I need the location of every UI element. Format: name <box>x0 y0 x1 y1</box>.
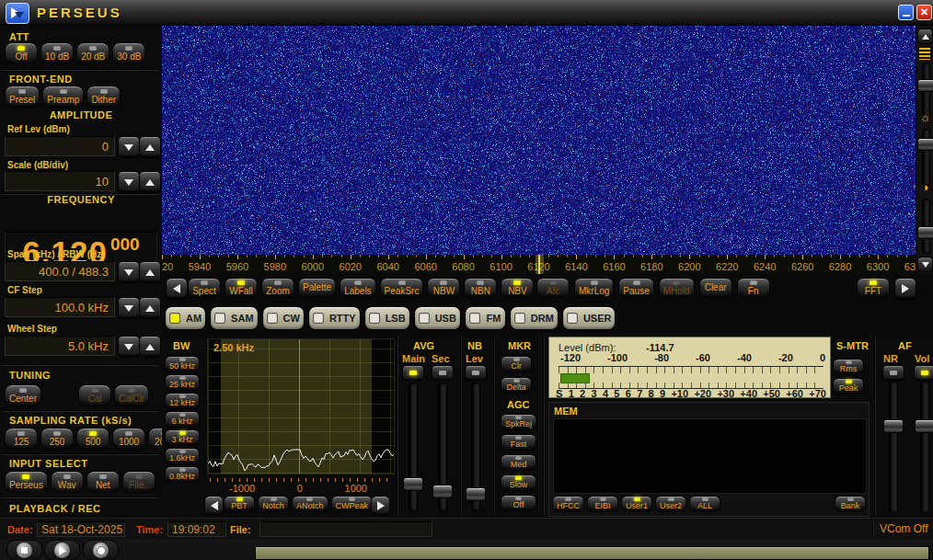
af-vol-slider[interactable] <box>915 382 933 513</box>
af-nr-slider-track[interactable] <box>889 382 898 513</box>
mem-hfcc[interactable]: HFCC <box>552 496 584 512</box>
tb-mkrlog[interactable]: MkrLog <box>574 278 614 298</box>
af-nr-slider[interactable] <box>883 382 902 513</box>
tuning-center[interactable]: Center <box>5 384 41 406</box>
tuning-calclr[interactable]: CalClr <box>114 384 149 406</box>
tuning-marker[interactable] <box>536 255 544 274</box>
avg-sec-slider[interactable] <box>432 383 451 511</box>
avg-sec-slider-thumb[interactable] <box>432 485 453 498</box>
agc-med[interactable]: Med <box>501 454 536 471</box>
wheel-step-down-button[interactable] <box>118 336 140 358</box>
bw-0.8khz[interactable]: 0.8kHz <box>165 466 200 483</box>
filter-passband-display[interactable]: 2.50 kHz <box>207 338 395 474</box>
avg-main-slider-thumb[interactable] <box>403 477 423 491</box>
stop-button[interactable] <box>6 540 42 560</box>
brightness-slider[interactable] <box>917 129 933 186</box>
ref-lev-value[interactable]: 0 <box>5 136 115 156</box>
cf-step-up-button[interactable] <box>139 297 161 319</box>
wheel-step-value[interactable]: 5.0 kHz <box>5 336 115 356</box>
mode-fm[interactable]: FM <box>465 306 506 330</box>
scale-down-button[interactable] <box>118 171 140 193</box>
avg-main-led-button[interactable] <box>402 365 424 381</box>
smtr-rms[interactable]: Rms <box>833 359 864 375</box>
att-10db[interactable]: 10 dB <box>40 42 74 64</box>
input-net[interactable]: Net <box>86 471 120 493</box>
play-button[interactable] <box>44 540 80 560</box>
toolbar-scroll-left-button[interactable] <box>166 278 188 300</box>
avg-main-slider-track[interactable] <box>409 383 418 511</box>
rate-500[interactable]: 500 <box>76 428 109 450</box>
tb-labels[interactable]: Labels <box>340 278 375 298</box>
mem-user2[interactable]: User2 <box>655 496 686 512</box>
tb-peaksrc[interactable]: PeakSrc <box>380 278 424 298</box>
app-logo-icon[interactable] <box>6 3 29 24</box>
mode-usb[interactable]: USB <box>414 306 461 330</box>
waterfall-scroll-down-button[interactable] <box>917 257 933 272</box>
speed-slider-thumb[interactable] <box>917 79 933 92</box>
af-nr-slider-thumb[interactable] <box>883 419 904 433</box>
agc-off[interactable]: Off <box>501 495 536 511</box>
notch[interactable]: Notch <box>258 496 289 512</box>
af-vol-led-button[interactable] <box>914 365 933 381</box>
memory-list[interactable] <box>553 418 867 494</box>
tb-pause[interactable]: Pause <box>618 278 653 298</box>
agc-slow[interactable]: Slow <box>501 474 536 491</box>
waterfall-display[interactable] <box>162 26 916 255</box>
scale-up-button[interactable] <box>139 171 161 193</box>
tb-wfall[interactable]: WFall <box>225 278 258 298</box>
rate-125[interactable]: 125 <box>5 428 38 450</box>
smtr-peak[interactable]: Peak <box>833 378 864 394</box>
mode-sam[interactable]: SAM <box>210 306 258 330</box>
tb-palette[interactable]: Palette <box>298 278 336 298</box>
af-vol-slider-track[interactable] <box>920 382 929 513</box>
wheel-step-up-button[interactable] <box>139 336 161 358</box>
bw-50khz[interactable]: 50 kHz <box>165 356 200 372</box>
tb-nbv[interactable]: NBV <box>501 278 534 298</box>
span-rbw-value[interactable]: 400.0 / 488.3 <box>5 261 115 281</box>
contrast-slider[interactable] <box>917 199 933 254</box>
ref-lev-up-button[interactable] <box>139 136 161 158</box>
mem-bank[interactable]: Bank <box>835 496 866 512</box>
rate-250[interactable]: 250 <box>40 428 74 450</box>
anotch[interactable]: ANotch <box>292 496 328 512</box>
tb-nbw[interactable]: NBW <box>427 278 460 298</box>
tb-fft[interactable]: FFT <box>857 278 890 298</box>
mem-all[interactable]: ALL <box>689 496 720 512</box>
nb-lev-slider-thumb[interactable] <box>466 487 486 501</box>
input-perseus[interactable]: Perseus <box>5 471 48 493</box>
cwpeak[interactable]: CWPeak <box>331 496 374 512</box>
tb-fn[interactable]: Fn <box>737 278 770 298</box>
bw-6khz[interactable]: 6 kHz <box>165 411 200 428</box>
tb-zoom[interactable]: Zoom <box>261 278 294 298</box>
tb-spect[interactable]: Spect <box>188 278 221 298</box>
mode-cw[interactable]: CW <box>262 306 305 330</box>
att-off[interactable]: Off <box>5 42 38 64</box>
span-down-button[interactable] <box>118 261 140 283</box>
mode-rtty[interactable]: RTTY <box>308 306 361 330</box>
tuning-cal[interactable]: Cal <box>78 384 111 406</box>
tb-mhold[interactable]: MHold <box>659 278 695 298</box>
rate-1000[interactable]: 1000 <box>112 428 145 450</box>
contrast-slider-thumb[interactable] <box>917 226 933 239</box>
input-wav[interactable]: Wav <box>51 471 84 493</box>
bw-12khz[interactable]: 12 kHz <box>165 393 200 409</box>
bw-25khz[interactable]: 25 kHz <box>165 374 200 391</box>
nb-lev-led-button[interactable] <box>465 365 487 381</box>
frontend-preamp[interactable]: Preamp <box>42 86 84 108</box>
frontend-dither[interactable]: Dither <box>86 86 121 108</box>
avg-main-slider[interactable] <box>403 383 421 511</box>
frequency-scale[interactable]: 5920594059605980600060206040606060806100… <box>162 255 916 274</box>
avg-sec-led-button[interactable] <box>432 365 454 381</box>
mkr-delta[interactable]: Delta <box>501 377 532 394</box>
af-vol-slider-thumb[interactable] <box>915 419 933 433</box>
scale-value[interactable]: 10 <box>5 171 115 191</box>
toolbar-scroll-right-button[interactable] <box>894 278 916 300</box>
filter-scroll-left-button[interactable] <box>204 496 224 516</box>
af-nr-led-button[interactable] <box>882 365 904 381</box>
input-file[interactable]: File.. <box>122 471 156 493</box>
cf-step-value[interactable]: 100.0 kHz <box>5 297 115 317</box>
att-20db[interactable]: 20 dB <box>76 42 109 64</box>
ref-lev-down-button[interactable] <box>118 136 140 158</box>
tb-afc[interactable]: Afc <box>536 278 570 298</box>
bw-3khz[interactable]: 3 kHz <box>165 429 200 446</box>
